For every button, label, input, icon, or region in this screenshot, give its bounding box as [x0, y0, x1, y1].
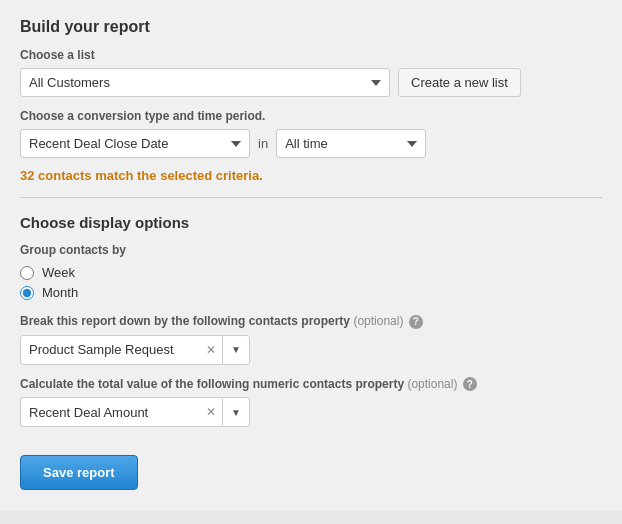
radio-week-label[interactable]: Week — [42, 265, 75, 280]
list-select[interactable]: All Customers Customers Leads Prospects — [20, 68, 390, 97]
conversion-select[interactable]: Recent Deal Close Date Deal Create Date … — [20, 129, 250, 158]
radio-week-item: Week — [20, 265, 602, 280]
conversion-row: Recent Deal Close Date Deal Create Date … — [20, 129, 602, 158]
radio-week[interactable] — [20, 266, 34, 280]
section-divider — [20, 197, 602, 198]
breakdown-section: Break this report down by the following … — [20, 314, 602, 365]
numeric-label: Calculate the total value of the followi… — [20, 377, 602, 392]
numeric-help-icon[interactable]: ? — [463, 377, 477, 391]
numeric-section: Calculate the total value of the followi… — [20, 377, 602, 428]
numeric-value: Recent Deal Amount — [21, 405, 200, 420]
breakdown-value: Product Sample Request — [21, 342, 200, 357]
group-contacts-label: Group contacts by — [20, 243, 602, 257]
numeric-dropdown[interactable]: Recent Deal Amount ✕ ▼ — [20, 397, 250, 427]
create-list-button[interactable]: Create a new list — [398, 68, 521, 97]
choose-list-label: Choose a list — [20, 48, 602, 62]
breakdown-label: Break this report down by the following … — [20, 314, 602, 329]
radio-month-item: Month — [20, 285, 602, 300]
breakdown-clear-icon[interactable]: ✕ — [200, 343, 222, 357]
numeric-optional: (optional) — [407, 377, 457, 391]
report-builder: Build your report Choose a list All Cust… — [0, 0, 622, 510]
match-count: 32 contacts match the selected criteria. — [20, 168, 602, 183]
display-options-title: Choose display options — [20, 214, 602, 231]
breakdown-dropdown[interactable]: Product Sample Request ✕ ▼ — [20, 335, 250, 365]
list-section: Choose a list All Customers Customers Le… — [20, 48, 602, 97]
breakdown-arrow-icon[interactable]: ▼ — [222, 336, 249, 364]
breakdown-help-icon[interactable]: ? — [409, 315, 423, 329]
radio-month-label[interactable]: Month — [42, 285, 78, 300]
conversion-label: Choose a conversion type and time period… — [20, 109, 602, 123]
group-radio-group: Week Month — [20, 265, 602, 300]
numeric-arrow-icon[interactable]: ▼ — [222, 398, 249, 426]
page-title: Build your report — [20, 18, 602, 36]
save-report-button[interactable]: Save report — [20, 455, 138, 490]
radio-month[interactable] — [20, 286, 34, 300]
breakdown-optional: (optional) — [353, 314, 403, 328]
group-by-section: Group contacts by Week Month — [20, 243, 602, 300]
conversion-section: Choose a conversion type and time period… — [20, 109, 602, 183]
list-row: All Customers Customers Leads Prospects … — [20, 68, 602, 97]
time-select[interactable]: All time Last 7 days Last 30 days Last 9… — [276, 129, 426, 158]
numeric-clear-icon[interactable]: ✕ — [200, 405, 222, 419]
in-label: in — [258, 136, 268, 151]
